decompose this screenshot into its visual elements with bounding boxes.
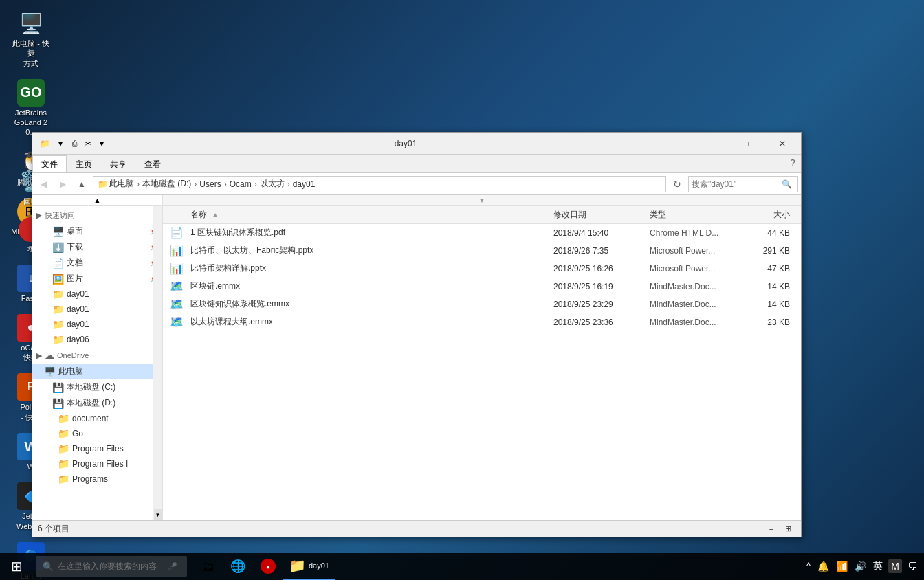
taskbar-search[interactable]: 🔍 🎤: [36, 556, 187, 577]
ribbon-tab-home[interactable]: 主页: [67, 155, 101, 172]
sidebar-item-day01-1[interactable]: 📁 day01: [32, 287, 162, 302]
sidebar-item-disk-d[interactable]: 💾 本地磁盘 (D:): [32, 395, 162, 411]
address-path[interactable]: 📁 此电脑 › 本地磁盘 (D:) › Users › Ocam › 以太坊 ›…: [93, 176, 666, 192]
file-list: ▼ 名称 ▲ 修改日期 类型 大小 📄 1 区块链知识体系概览.pdf 2018…: [163, 195, 801, 520]
status-bar: 6 个项目 ≡ ⊞: [32, 520, 801, 537]
quick-tool-1[interactable]: ⎙: [68, 137, 80, 150]
taskbar-search-icon: 🔍: [43, 561, 54, 572]
help-button[interactable]: ?: [784, 155, 801, 171]
volume-icon[interactable]: 🔊: [853, 558, 868, 575]
path-yitafang[interactable]: 以太坊: [260, 178, 285, 190]
sidebar-item-day01-3[interactable]: 📁 day01: [32, 317, 162, 332]
sidebar-item-desktop[interactable]: 🖥️ 桌面 📌: [32, 223, 162, 239]
sidebar-item-download[interactable]: ⬇️ 下载 📌: [32, 239, 162, 255]
sidebar-item-thispc[interactable]: 🖥️ 此电脑: [32, 364, 162, 379]
sidebar-item-document[interactable]: 📁 document: [32, 411, 162, 426]
sidebar-item-go[interactable]: 📁 Go: [32, 426, 162, 441]
path-users[interactable]: Users: [199, 179, 221, 189]
file-date-3: 2018/9/25 16:19: [553, 282, 650, 291]
ribbon-tab-view[interactable]: 查看: [135, 155, 170, 172]
taskbar-app-edge[interactable]: 🌐: [223, 553, 253, 580]
quick-tool-2[interactable]: ✂: [82, 137, 94, 150]
list-view-button[interactable]: ≡: [764, 522, 779, 537]
notification-bell-icon[interactable]: 🗨: [906, 558, 918, 575]
onedrive-toggle[interactable]: ▶ ☁ OneDrive: [32, 347, 162, 364]
sidebar-scroll-up[interactable]: ▲: [32, 195, 162, 206]
search-box[interactable]: 🔍: [688, 176, 798, 192]
file-row[interactable]: 📊 比特币架构详解.pptx 2018/9/25 16:26 Microsoft…: [163, 260, 801, 278]
file-name-2: 比特币架构详解.pptx: [190, 263, 553, 274]
file-type-5: MindMaster.Doc...: [650, 317, 746, 327]
search-input[interactable]: [689, 179, 778, 189]
maximize-button[interactable]: □: [735, 133, 767, 155]
path-disk[interactable]: 本地磁盘 (D:): [142, 178, 191, 190]
ribbon-tab-share[interactable]: 共享: [101, 155, 135, 172]
path-ocam[interactable]: Ocam: [230, 179, 252, 189]
taskbar-search-input[interactable]: [58, 561, 168, 571]
file-name-0: 1 区块链知识体系概览.pdf: [190, 227, 553, 238]
network-icon[interactable]: 📶: [835, 558, 849, 575]
col-header-date[interactable]: 修改日期: [553, 209, 650, 221]
sidebar-scroll-down-btn[interactable]: ▼: [154, 509, 162, 520]
tray-chevron-icon[interactable]: ^: [805, 558, 813, 575]
file-row[interactable]: 🗺️ 区块链知识体系概览.emmx 2018/9/25 23:29 MindMa…: [163, 295, 801, 313]
close-button[interactable]: ✕: [767, 133, 798, 155]
path-folder-icon: 📁: [98, 179, 108, 189]
file-list-header: 名称 ▲ 修改日期 类型 大小: [163, 206, 801, 224]
sidebar-item-day01-2[interactable]: 📁 day01: [32, 302, 162, 317]
window-title: day01: [108, 139, 703, 148]
grid-view-button[interactable]: ⊞: [780, 522, 795, 537]
desktop-icon-thispc[interactable]: 🖥️ 此电脑 - 快捷方式: [7, 7, 55, 71]
file-row[interactable]: 📊 比特币、以太坊、Fabric架构.pptx 2018/9/26 7:35 M…: [163, 242, 801, 260]
path-day01[interactable]: day01: [293, 179, 316, 189]
col-header-name[interactable]: 名称 ▲: [163, 209, 553, 221]
quick-tool-dropdown[interactable]: ▾: [54, 137, 67, 150]
file-date-1: 2018/9/26 7:35: [553, 246, 650, 256]
sidebar-item-programs[interactable]: 📁 Programs: [32, 471, 162, 487]
quick-tool-arrow[interactable]: ▾: [96, 137, 108, 150]
file-row[interactable]: 🗺️ 区块链.emmx 2018/9/25 16:19 MindMaster.D…: [163, 278, 801, 295]
sidebar-item-disk-c[interactable]: 💾 本地磁盘 (C:): [32, 379, 162, 395]
file-date-5: 2018/9/25 23:36: [553, 317, 650, 327]
file-size-5: 23 KB: [746, 317, 801, 327]
path-thispc[interactable]: 此电脑: [109, 178, 134, 190]
up-button[interactable]: ▲: [74, 176, 90, 192]
file-type-2: Microsoft Power...: [650, 264, 746, 274]
taskbar-app-ocam[interactable]: ●: [253, 553, 283, 580]
back-button[interactable]: ◀: [35, 176, 52, 192]
start-button[interactable]: ⊞: [0, 553, 33, 580]
sidebar-item-day06[interactable]: 📁 day06: [32, 332, 162, 347]
file-icon-pptx1: 📊: [163, 244, 190, 257]
forward-button[interactable]: ▶: [54, 176, 71, 192]
taskbar-app-taskview[interactable]: 🗂: [192, 553, 223, 580]
file-row[interactable]: 📄 1 区块链知识体系概览.pdf 2018/9/4 15:40 Chrome …: [163, 224, 801, 242]
file-size-2: 47 KB: [746, 264, 801, 274]
sidebar-item-docs[interactable]: 📄 文档 📌: [32, 255, 162, 271]
notification-icon[interactable]: 🔔: [816, 558, 830, 575]
col-header-type[interactable]: 类型: [650, 209, 746, 221]
thispc-icon-sidebar: 🖥️: [43, 366, 56, 377]
col-header-size[interactable]: 大小: [746, 209, 801, 221]
sidebar-item-programfiles[interactable]: 📁 Program Files: [32, 441, 162, 456]
desktop-icon-jetbrains[interactable]: GO JetBrainsGoLand 20...: [7, 76, 55, 140]
ime-icon[interactable]: M: [888, 559, 902, 573]
file-type-3: MindMaster.Doc...: [650, 282, 746, 291]
folder-go-icon: 📁: [57, 428, 69, 439]
file-type-1: Microsoft Power...: [650, 246, 746, 256]
file-row[interactable]: 🗺️ 以太坊课程大纲.emmx 2018/9/25 23:36 MindMast…: [163, 313, 801, 331]
search-icon[interactable]: 🔍: [778, 177, 795, 192]
sidebar-item-pictures[interactable]: 🖼️ 图片 📌: [32, 271, 162, 287]
sidebar-item-programfilesx[interactable]: 📁 Program Files I: [32, 456, 162, 471]
sort-toggle[interactable]: ▼: [163, 195, 801, 206]
file-type-4: MindMaster.Doc...: [650, 300, 746, 309]
taskbar-app-day01[interactable]: 📁 day01: [283, 553, 335, 580]
folder-document-icon: 📁: [57, 413, 69, 424]
quick-access-toggle[interactable]: ▶ 快速访问: [32, 208, 162, 223]
title-bar: 📁 ▾ ⎙ ✂ ▾ day01 ─ □ ✕: [32, 133, 801, 155]
minimize-button[interactable]: ─: [703, 133, 735, 155]
refresh-button[interactable]: ↻: [669, 176, 685, 192]
ribbon-tab-file[interactable]: 文件: [32, 155, 67, 172]
ime-label[interactable]: 英: [872, 557, 884, 575]
folder-icon-day01-1: 📁: [52, 289, 64, 300]
ribbon: 文件 主页 共享 查看 ?: [32, 155, 801, 173]
